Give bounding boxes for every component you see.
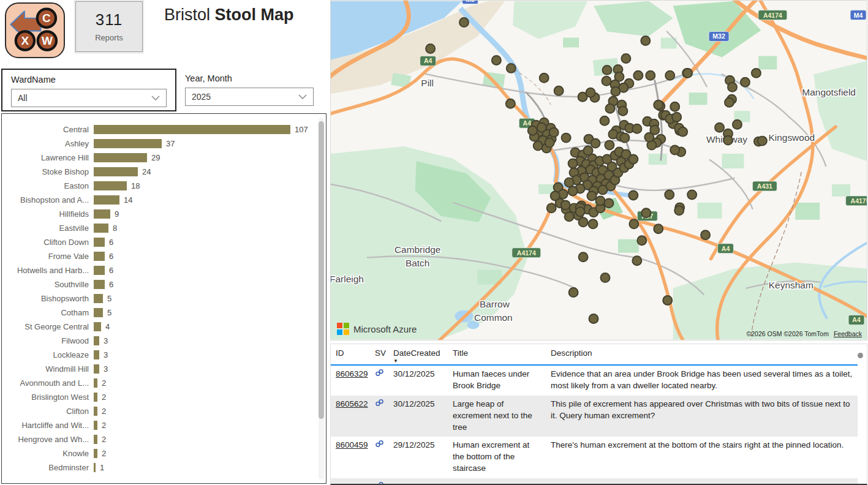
report-dot[interactable] xyxy=(605,141,614,150)
report-dot[interactable] xyxy=(741,78,750,87)
report-dot[interactable] xyxy=(641,208,651,217)
street-view-link-icon[interactable] xyxy=(375,481,384,485)
report-dot[interactable] xyxy=(506,99,515,108)
bar-row[interactable]: Brislington West2 xyxy=(4,390,310,404)
bar-row[interactable]: Southville6 xyxy=(4,277,310,291)
report-dot[interactable] xyxy=(600,116,609,126)
chart-scrollbar-thumb[interactable] xyxy=(319,121,324,419)
report-dot[interactable] xyxy=(701,230,710,239)
report-dot[interactable] xyxy=(670,146,679,155)
report-dot[interactable] xyxy=(589,314,598,323)
street-view-link-icon[interactable] xyxy=(375,369,384,377)
report-dot[interactable] xyxy=(725,98,734,107)
col-header-sv[interactable]: SV xyxy=(370,344,388,365)
street-view-link-icon[interactable] xyxy=(375,399,384,407)
bar[interactable] xyxy=(94,266,105,275)
bar-row[interactable]: Lawrence Hill29 xyxy=(4,151,310,165)
bar-row[interactable]: Filwood3 xyxy=(4,334,310,348)
report-dot[interactable] xyxy=(549,128,559,137)
report-dot[interactable] xyxy=(568,159,578,168)
bar-row[interactable]: St George Central4 xyxy=(4,320,310,334)
report-dot[interactable] xyxy=(579,252,588,261)
report-dot[interactable] xyxy=(565,212,574,221)
report-dot[interactable] xyxy=(602,66,611,75)
bar[interactable] xyxy=(94,252,105,261)
nav-x-button[interactable]: X xyxy=(16,31,34,50)
bar[interactable] xyxy=(94,322,101,331)
bar[interactable] xyxy=(94,153,147,162)
bar-row[interactable]: Hillfields9 xyxy=(4,207,310,221)
report-dot[interactable] xyxy=(683,69,692,78)
report-dot[interactable] xyxy=(587,191,597,200)
report-dot[interactable] xyxy=(492,56,501,65)
report-id-link[interactable]: 8605622 xyxy=(336,399,368,408)
report-dot[interactable] xyxy=(596,196,605,205)
report-dot[interactable] xyxy=(644,133,654,142)
bar[interactable] xyxy=(94,435,97,444)
table-scrollbar-thumb[interactable] xyxy=(858,353,863,358)
report-dot[interactable] xyxy=(528,126,537,135)
bar[interactable] xyxy=(94,294,103,303)
report-dot[interactable] xyxy=(633,71,643,80)
report-dot[interactable] xyxy=(537,123,546,132)
app-logo[interactable]: C X W xyxy=(5,2,65,58)
bar[interactable] xyxy=(94,393,97,402)
bar[interactable] xyxy=(94,350,99,359)
report-dot[interactable] xyxy=(628,155,638,164)
bar-row[interactable]: Bishopston and A...14 xyxy=(4,193,310,207)
report-dot[interactable] xyxy=(569,288,578,297)
report-dot[interactable] xyxy=(654,100,663,110)
report-dot[interactable] xyxy=(561,200,570,209)
map-canvas[interactable]: PillCambridgeBatchFarleighBarrowCommonKe… xyxy=(331,1,867,340)
report-dot[interactable] xyxy=(426,44,435,53)
street-view-link-icon[interactable] xyxy=(375,440,384,448)
report-dot[interactable] xyxy=(586,88,595,97)
bar[interactable] xyxy=(94,449,97,458)
report-dot[interactable] xyxy=(562,133,571,143)
report-dot[interactable] xyxy=(568,186,578,195)
bar[interactable] xyxy=(94,238,105,247)
bar-row[interactable]: Avonmouth and L...2 xyxy=(4,376,310,390)
bar[interactable] xyxy=(94,336,99,345)
bar[interactable] xyxy=(94,364,99,374)
bar[interactable] xyxy=(94,378,97,388)
report-dot[interactable] xyxy=(540,73,549,83)
report-dot[interactable] xyxy=(534,141,543,151)
report-dot[interactable] xyxy=(728,83,737,92)
report-dot[interactable] xyxy=(752,69,761,78)
report-dot[interactable] xyxy=(654,224,663,233)
bar-row[interactable]: Lockleaze3 xyxy=(4,348,310,362)
bar-row[interactable]: Hengrove and Wh...2 xyxy=(4,432,310,446)
nav-c-button[interactable]: C xyxy=(37,9,56,28)
report-dot[interactable] xyxy=(621,54,630,63)
report-dot[interactable] xyxy=(646,71,655,80)
report-dot[interactable] xyxy=(554,86,564,96)
bar-row[interactable]: Easton18 xyxy=(4,179,310,193)
bar-row[interactable]: Ashley37 xyxy=(4,137,310,151)
bar[interactable] xyxy=(94,209,110,219)
report-dot[interactable] xyxy=(715,123,724,132)
report-dot[interactable] xyxy=(665,190,674,199)
bar[interactable] xyxy=(94,139,162,148)
report-dot[interactable] xyxy=(637,236,646,245)
report-dot[interactable] xyxy=(687,190,696,199)
report-dot[interactable] xyxy=(632,256,641,265)
bar-row[interactable]: Bishopsworth5 xyxy=(4,291,310,306)
report-dot[interactable] xyxy=(620,133,629,143)
report-dot[interactable] xyxy=(618,107,627,116)
nav-w-button[interactable]: W xyxy=(38,31,56,50)
report-dot[interactable] xyxy=(723,136,733,145)
bar[interactable] xyxy=(94,125,290,134)
bar-row[interactable]: Central107 xyxy=(4,122,310,137)
report-dot[interactable] xyxy=(545,138,554,148)
col-header-datecreated[interactable]: DateCreated▼ xyxy=(388,344,448,365)
report-dot[interactable] xyxy=(565,178,574,187)
report-id-link[interactable]: 8579127 xyxy=(336,482,368,485)
bar[interactable] xyxy=(94,407,97,416)
report-dot[interactable] xyxy=(758,137,767,146)
bar-row[interactable]: Stoke Bishop24 xyxy=(4,165,310,179)
bar-row[interactable]: Knowle2 xyxy=(4,446,310,461)
bar[interactable] xyxy=(94,181,127,190)
report-dot[interactable] xyxy=(663,296,672,305)
report-dot[interactable] xyxy=(678,127,687,137)
